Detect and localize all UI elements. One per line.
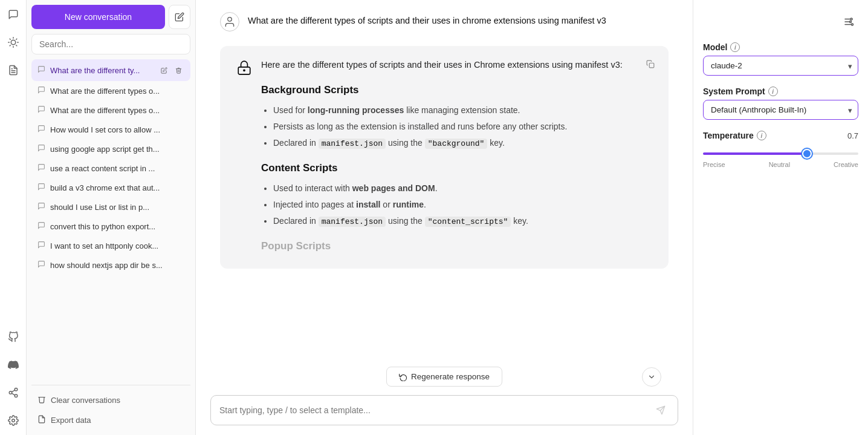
conversation-title: What are the different types o... — [50, 87, 184, 96]
clear-label: Clear conversations — [51, 396, 120, 405]
conversation-item[interactable]: using google app script get th... — [31, 139, 190, 159]
conversation-title: convert this to python export... — [50, 222, 184, 231]
chat-icon — [37, 163, 45, 173]
conversation-item[interactable]: use a react content script in ... — [31, 159, 190, 178]
conversation-item[interactable]: should I use List or list in p... — [31, 197, 190, 217]
svg-point-0 — [11, 40, 16, 45]
svg-line-8 — [16, 39, 16, 39]
chat-icon — [37, 65, 45, 75]
svg-line-4 — [16, 45, 16, 46]
svg-line-3 — [10, 39, 10, 39]
conversation-item[interactable]: What are the different types o... — [31, 100, 190, 120]
system-prompt-select-wrapper: Default (Anthropic Built-In) Custom — [703, 100, 858, 120]
send-button[interactable] — [652, 402, 669, 419]
conversation-title: What are the different types o... — [50, 106, 184, 115]
right-panel: Model i claude-2 claude-1 claude-instant… — [693, 0, 868, 435]
model-select-wrapper: claude-2 claude-1 claude-instant — [703, 56, 858, 76]
chat-input-area — [196, 389, 693, 435]
chat-icon — [37, 260, 45, 270]
svg-line-7 — [10, 45, 10, 46]
conversation-title: should I use List or list in p... — [50, 203, 184, 212]
discord-icon[interactable] — [5, 356, 22, 373]
creative-label: Creative — [834, 161, 858, 168]
temperature-section: Temperature i 0.7 Precise Neutral Creati… — [703, 131, 858, 168]
temperature-labels: Precise Neutral Creative — [703, 161, 858, 168]
system-prompt-select[interactable]: Default (Anthropic Built-In) Custom — [703, 100, 858, 120]
model-info-icon[interactable]: i — [730, 42, 740, 52]
popup-scripts-heading: Popup Scripts — [261, 238, 623, 254]
list-item: Declared in manifest.json using the "bac… — [273, 137, 623, 150]
section-heading-content: Content Scripts — [261, 160, 623, 176]
temperature-label: Temperature i — [703, 131, 766, 140]
share-icon[interactable] — [5, 384, 22, 401]
system-prompt-info-icon[interactable]: i — [768, 87, 778, 96]
chat-input-wrapper — [210, 395, 678, 425]
temperature-value: 0.7 — [847, 131, 858, 140]
settings-icon[interactable] — [5, 412, 22, 429]
export-icon — [37, 415, 46, 425]
svg-point-16 — [11, 419, 15, 422]
regenerate-label: Regenerate response — [411, 372, 490, 381]
clear-icon — [37, 395, 46, 405]
compose-icon-button[interactable] — [169, 5, 190, 29]
user-message: What are the different types of scripts … — [220, 12, 669, 31]
chat-icon — [37, 202, 45, 212]
conversation-item[interactable]: What are the different ty... — [31, 59, 190, 81]
delete-conversation-button[interactable] — [172, 64, 184, 76]
conversation-title: use a react content script in ... — [50, 164, 184, 173]
edit-conversation-button[interactable] — [158, 64, 170, 76]
clear-conversations-button[interactable]: Clear conversations — [31, 390, 190, 410]
chat-area: What are the different types of scripts … — [196, 0, 693, 362]
main-content: What are the different types of scripts … — [196, 0, 693, 435]
conversation-item[interactable]: build a v3 chrome ext that aut... — [31, 178, 190, 197]
list-item: Used for long-running processes like man… — [273, 104, 623, 117]
chat-icon — [37, 221, 45, 231]
icon-rail — [0, 0, 27, 435]
conversation-item[interactable]: I want to set an httponly cook... — [31, 236, 190, 255]
temperature-slider[interactable] — [703, 152, 858, 155]
conversation-title: What are the different ty... — [50, 66, 153, 75]
assistant-intro: Here are the different types of scripts … — [261, 60, 623, 70]
svg-point-29 — [850, 21, 852, 23]
list-item: Used to interact with web pages and DOM. — [273, 182, 623, 195]
svg-point-20 — [244, 70, 245, 71]
chat-input[interactable] — [219, 405, 646, 415]
conversations-icon[interactable] — [5, 6, 22, 23]
chat-actions-bar: Regenerate response — [196, 362, 693, 389]
copy-button[interactable] — [642, 56, 659, 73]
background-scripts-list: Used for long-running processes like man… — [261, 104, 623, 150]
sidebar-top: New conversation — [31, 5, 190, 29]
new-conversation-button[interactable]: New conversation — [31, 5, 165, 29]
conversation-item[interactable]: how should nextjs app dir be s... — [31, 255, 190, 275]
conversation-title: build a v3 chrome ext that aut... — [50, 183, 184, 192]
github-icon[interactable] — [5, 329, 22, 345]
scroll-down-button[interactable] — [642, 367, 661, 387]
bot-avatar — [235, 58, 254, 77]
conversation-item[interactable]: What are the different types o... — [31, 81, 190, 100]
temperature-info-icon[interactable]: i — [757, 131, 766, 140]
svg-rect-18 — [649, 63, 654, 68]
regenerate-button[interactable]: Regenerate response — [386, 367, 502, 387]
list-item: Injected into pages at install or runtim… — [273, 198, 623, 211]
search-input[interactable] — [31, 34, 190, 54]
svg-point-30 — [852, 24, 853, 25]
bulb-icon[interactable] — [5, 34, 22, 51]
chat-icon — [37, 105, 45, 115]
document-icon[interactable] — [5, 62, 22, 79]
svg-point-28 — [850, 18, 852, 20]
bot-message-text: Here are the different types of scripts … — [261, 58, 623, 254]
sidebar-bottom: Clear conversations Export data — [31, 385, 190, 430]
conversation-item[interactable]: How would I set cors to allow ... — [31, 120, 190, 139]
sidebar: New conversation What are the different … — [27, 0, 196, 435]
svg-point-17 — [228, 18, 232, 22]
conversation-item[interactable]: convert this to python export... — [31, 217, 190, 236]
chat-icon — [37, 86, 45, 96]
user-avatar — [220, 12, 239, 31]
assistant-message: Here are the different types of scripts … — [220, 46, 669, 269]
conversation-title: using google app script get th... — [50, 145, 184, 154]
panel-settings-button[interactable] — [839, 12, 858, 31]
export-data-button[interactable]: Export data — [31, 410, 190, 430]
chat-icon — [37, 241, 45, 250]
model-select[interactable]: claude-2 claude-1 claude-instant — [703, 56, 858, 76]
system-prompt-label: System Prompt i — [703, 87, 858, 96]
